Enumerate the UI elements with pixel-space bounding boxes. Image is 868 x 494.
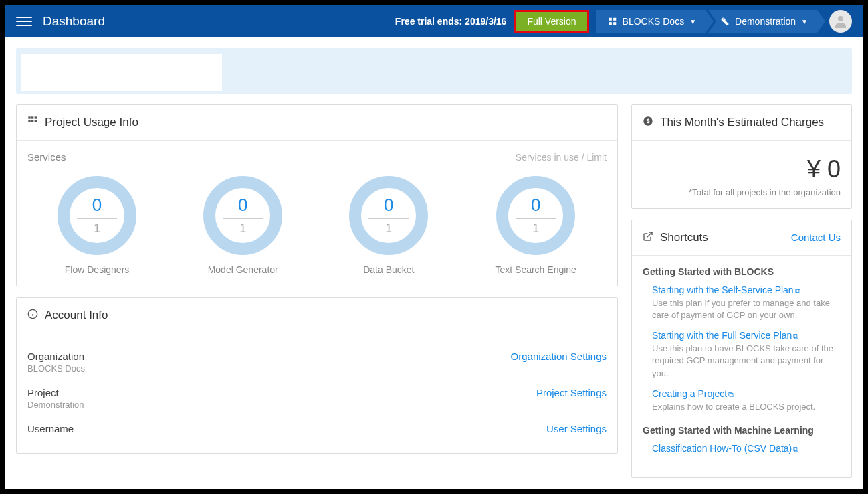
shortcut-item: Classification How-To (CSV Data)⧉ (643, 442, 841, 455)
gauge-label: Model Generator (208, 264, 278, 275)
charges-note: *Total for all projects in the organizat… (643, 187, 841, 197)
svg-line-16 (647, 232, 652, 237)
charges-title: This Month's Estimated Charges (660, 116, 824, 129)
shortcuts-title: Shortcuts (660, 231, 708, 244)
avatar[interactable] (829, 10, 852, 33)
dollar-icon: $ (643, 116, 653, 129)
gauge-limit: 1 (239, 222, 246, 236)
full-version-button[interactable]: Full Version (514, 10, 588, 33)
services-limit-label: Services in use / Limit (516, 152, 607, 163)
svg-rect-3 (613, 22, 616, 25)
external-link-icon: ⧉ (795, 286, 800, 295)
svg-rect-9 (31, 120, 33, 122)
svg-rect-1 (613, 18, 616, 21)
banner-placeholder (21, 54, 222, 91)
external-link-icon: ⧉ (728, 390, 734, 398)
account-info-card: Account Info Organization BLOCKS Docs Or… (16, 297, 618, 454)
account-field-value: Demonstration (27, 400, 84, 410)
shortcuts-card: Shortcuts Contact Us Getting Started wit… (631, 220, 852, 478)
svg-text:$: $ (646, 118, 650, 125)
gauge-label: Data Bucket (363, 264, 414, 275)
breadcrumb-org-label: BLOCKS Docs (623, 16, 685, 27)
gauge-label: Text Search Engine (495, 264, 576, 275)
account-row: Project Demonstration Project Settings (27, 380, 607, 416)
shortcut-link[interactable]: Starting with the Self-Service Plan⧉ (652, 284, 800, 295)
shortcut-description: Use this plan if you prefer to manage an… (652, 297, 841, 321)
account-field-label: Project (27, 387, 84, 398)
gauge-limit: 1 (532, 222, 539, 236)
shortcut-link[interactable]: Starting with the Full Service Plan⧉ (652, 330, 798, 341)
chevron-down-icon: ▼ (801, 18, 808, 25)
chevron-down-icon: ▼ (689, 18, 696, 25)
account-info-title: Account Info (45, 309, 108, 322)
gauge-ring: 0 1 (58, 176, 136, 255)
shortcut-item: Starting with the Full Service Plan⧉ Use… (643, 329, 841, 380)
account-field-label: Username (27, 423, 74, 434)
external-link-icon: ⧉ (793, 445, 798, 453)
shortcut-section: Getting Started with BLOCKS Starting wit… (643, 266, 841, 413)
gauge-limit: 1 (94, 222, 100, 236)
hamburger-menu-button[interactable] (16, 13, 32, 29)
svg-rect-7 (35, 116, 37, 118)
grid-icon (27, 116, 38, 129)
charges-amount: ¥ 0 (643, 151, 841, 187)
usage-gauge: 0 1 Data Bucket (349, 176, 428, 275)
usage-gauge: 0 1 Text Search Engine (495, 176, 576, 275)
svg-rect-0 (609, 18, 611, 21)
gauge-ring: 0 1 (203, 176, 282, 255)
shortcut-item: Starting with the Self-Service Plan⧉ Use… (643, 284, 841, 321)
trial-expiry-text: Free trial ends: 2019/3/16 (395, 16, 507, 27)
shortcut-section-heading: Getting Started with BLOCKS (643, 266, 841, 277)
account-row: Organization BLOCKS Docs Organization Se… (27, 344, 607, 380)
gauge-ring: 0 1 (496, 176, 575, 255)
svg-rect-6 (31, 116, 33, 118)
content-area: Project Usage Info Services Services in … (5, 37, 863, 489)
wrench-icon (720, 17, 730, 26)
account-settings-link[interactable]: Organization Settings (511, 351, 607, 374)
gauge-used: 0 (384, 195, 393, 216)
account-field-label: Organization (27, 351, 85, 362)
gauge-used: 0 (531, 195, 540, 216)
shortcut-description: Explains how to create a BLOCKS project. (652, 401, 841, 413)
info-icon (27, 309, 38, 322)
topbar: Dashboard Free trial ends: 2019/3/16 Ful… (5, 5, 863, 37)
svg-point-4 (838, 16, 843, 21)
page-title: Dashboard (43, 14, 395, 29)
external-link-icon (643, 231, 653, 244)
shortcut-link[interactable]: Creating a Project⧉ (652, 388, 734, 399)
project-usage-title: Project Usage Info (45, 116, 138, 129)
gauge-limit: 1 (385, 222, 392, 236)
info-banner (16, 48, 852, 94)
shortcut-link[interactable]: Classification How-To (CSV Data)⧉ (652, 443, 798, 454)
services-label: Services (27, 151, 66, 163)
contact-us-link[interactable]: Contact Us (791, 232, 841, 243)
usage-gauge: 0 1 Flow Designers (58, 176, 136, 275)
gauge-ring: 0 1 (349, 176, 428, 255)
account-settings-link[interactable]: User Settings (546, 423, 607, 436)
svg-rect-8 (28, 120, 30, 122)
svg-rect-2 (609, 22, 611, 25)
gauge-used: 0 (92, 195, 102, 216)
shortcut-section: Getting Started with Machine Learning Cl… (643, 425, 841, 455)
external-link-icon: ⧉ (793, 332, 798, 340)
breadcrumb-project-label: Demonstration (735, 16, 796, 27)
gauge-used: 0 (238, 195, 247, 216)
shortcut-section-heading: Getting Started with Machine Learning (643, 425, 841, 436)
shortcut-description: Use this plan to have BLOCKS take care o… (652, 343, 841, 380)
shortcut-item: Creating a Project⧉ Explains how to crea… (643, 388, 841, 413)
account-field-value: BLOCKS Docs (27, 363, 85, 374)
breadcrumb-org[interactable]: BLOCKS Docs ▼ (596, 10, 706, 33)
breadcrumb: BLOCKS Docs ▼ Demonstration ▼ (596, 10, 820, 33)
breadcrumb-project[interactable]: Demonstration ▼ (708, 10, 817, 33)
svg-rect-5 (28, 116, 30, 118)
usage-gauge: 0 1 Model Generator (203, 176, 282, 275)
project-usage-card: Project Usage Info Services Services in … (16, 104, 618, 286)
org-icon (608, 17, 617, 26)
charges-card: $ This Month's Estimated Charges ¥ 0 *To… (631, 104, 852, 209)
gauge-label: Flow Designers (65, 264, 129, 275)
svg-rect-10 (35, 120, 37, 122)
account-settings-link[interactable]: Project Settings (536, 387, 607, 410)
account-row: Username User Settings (27, 416, 607, 442)
